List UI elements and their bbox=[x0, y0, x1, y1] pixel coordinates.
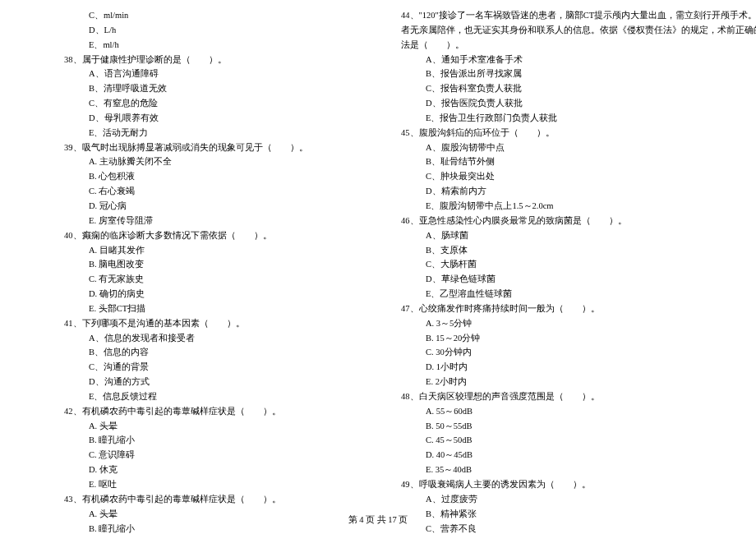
q44-stem-line3: 法是（ ）。 bbox=[386, 38, 727, 53]
q47-option-b: B. 15～20分钟 bbox=[386, 331, 727, 346]
q40-option-d: D. 确切的病史 bbox=[49, 287, 353, 302]
q46-option-a: A、肠球菌 bbox=[386, 228, 727, 243]
q44-stem-line2: 者无亲属陪伴，也无证实其身份和联系人的信息。依据《侵权责任法》的规定，术前正确的… bbox=[386, 23, 727, 38]
q48-option-b: B. 50～55dB bbox=[386, 419, 727, 434]
q45-option-e: E、腹股沟韧带中点上1.5～2.0cm bbox=[386, 199, 727, 214]
q40-option-b: B. 脑电图改变 bbox=[49, 257, 353, 272]
q40-option-e: E. 头部CT扫描 bbox=[49, 302, 353, 316]
left-column: C、ml/min D、L/h E、ml/h 38、属于健康性护理诊断的是（ ）。… bbox=[0, 8, 378, 505]
q39-option-d: D. 冠心病 bbox=[49, 199, 353, 214]
q44-option-e: E、报告卫生行政部门负责人获批 bbox=[386, 111, 727, 126]
q37-option-e: E、ml/h bbox=[49, 38, 353, 53]
q42-option-b: B. 瞳孔缩小 bbox=[49, 433, 353, 448]
q39-stem: 39、吸气时出现脉搏显著减弱或消失的现象可见于（ ）。 bbox=[49, 140, 353, 155]
q47-option-c: C. 30分钟内 bbox=[386, 345, 727, 360]
q40-option-c: C. 有无家族史 bbox=[49, 272, 353, 287]
q44-option-d: D、报告医院负责人获批 bbox=[386, 96, 727, 111]
right-column: 44、"120"接诊了一名车祸致昏迷的患者，脑部CT提示颅内大量出血，需立刻行开… bbox=[378, 8, 756, 505]
q45-option-d: D、精索前内方 bbox=[386, 184, 727, 199]
q44-option-c: C、报告科室负责人获批 bbox=[386, 81, 727, 96]
q48-option-c: C. 45～50dB bbox=[386, 433, 727, 448]
q45-option-a: A、腹股沟韧带中点 bbox=[386, 140, 727, 155]
q41-option-d: D、沟通的方式 bbox=[49, 375, 353, 389]
q48-stem: 48、白天病区较理想的声音强度范围是（ ）。 bbox=[386, 389, 727, 404]
q47-option-d: D. 1小时内 bbox=[386, 360, 727, 375]
q41-option-e: E、信息反馈过程 bbox=[49, 389, 353, 404]
q42-stem: 42、有机磷农药中毒引起的毒蕈碱样症状是（ ）。 bbox=[49, 404, 353, 419]
q40-option-a: A. 目睹其发作 bbox=[49, 243, 353, 258]
q44-stem-line1: 44、"120"接诊了一名车祸致昏迷的患者，脑部CT提示颅内大量出血，需立刻行开… bbox=[386, 8, 727, 23]
q44-option-b: B、报告派出所寻找家属 bbox=[386, 67, 727, 81]
q41-option-b: B、信息的内容 bbox=[49, 345, 353, 360]
q46-option-b: B、支原体 bbox=[386, 243, 727, 258]
q46-option-d: D、草绿色链球菌 bbox=[386, 272, 727, 287]
q39-option-c: C. 右心衰竭 bbox=[49, 184, 353, 199]
q41-option-c: C、沟通的背景 bbox=[49, 360, 353, 375]
q47-option-a: A. 3～5分钟 bbox=[386, 316, 727, 331]
q43-stem: 43、有机磷农药中毒引起的毒蕈碱样症状是（ ）。 bbox=[49, 492, 353, 507]
q46-option-c: C、大肠杆菌 bbox=[386, 257, 727, 272]
page-footer: 第 4 页 共 17 页 bbox=[0, 513, 756, 527]
q49-option-a: A、过度疲劳 bbox=[386, 492, 727, 507]
q46-stem: 46、亚急性感染性心内膜炎最常见的致病菌是（ ）。 bbox=[386, 214, 727, 228]
q42-option-e: E. 呕吐 bbox=[49, 477, 353, 492]
q48-option-d: D. 40～45dB bbox=[386, 448, 727, 463]
q37-option-d: D、L/h bbox=[49, 23, 353, 38]
q38-option-a: A、语言沟通障碍 bbox=[49, 67, 353, 81]
q39-option-a: A. 主动脉瓣关闭不全 bbox=[49, 154, 353, 169]
q49-stem: 49、呼吸衰竭病人主要的诱发因素为（ ）。 bbox=[386, 477, 727, 492]
q39-option-b: B. 心包积液 bbox=[49, 169, 353, 184]
q38-option-e: E、活动无耐力 bbox=[49, 126, 353, 140]
q40-stem: 40、癫痫的临床诊断大多数情况下需依据（ ）。 bbox=[49, 228, 353, 243]
q38-option-b: B、清理呼吸道无效 bbox=[49, 81, 353, 96]
q47-stem: 47、心绞痛发作时疼痛持续时间一般为（ ）。 bbox=[386, 302, 727, 316]
q41-stem: 41、下列哪项不是沟通的基本因素（ ）。 bbox=[49, 316, 353, 331]
q38-stem: 38、属于健康性护理诊断的是（ ）。 bbox=[49, 53, 353, 67]
q38-option-d: D、母乳喂养有效 bbox=[49, 111, 353, 126]
q45-stem: 45、腹股沟斜疝的疝环位于（ ）。 bbox=[386, 126, 727, 140]
q45-option-b: B、耻骨结节外侧 bbox=[386, 154, 727, 169]
q42-option-c: C. 意识障碍 bbox=[49, 448, 353, 463]
q47-option-e: E. 2小时内 bbox=[386, 375, 727, 389]
q39-option-e: E. 房室传导阻滞 bbox=[49, 214, 353, 228]
q38-option-c: C、有窒息的危险 bbox=[49, 96, 353, 111]
q46-option-e: E、乙型溶血性链球菌 bbox=[386, 287, 727, 302]
q48-option-e: E. 35～40dB bbox=[386, 463, 727, 477]
q42-option-a: A. 头晕 bbox=[49, 419, 353, 434]
q41-option-a: A、信息的发现者和接受者 bbox=[49, 331, 353, 346]
q37-option-c: C、ml/min bbox=[49, 8, 353, 23]
q44-option-a: A、通知手术室准备手术 bbox=[386, 53, 727, 67]
q42-option-d: D. 休克 bbox=[49, 463, 353, 477]
q48-option-a: A. 55～60dB bbox=[386, 404, 727, 419]
q45-option-c: C、肿块最突出处 bbox=[386, 169, 727, 184]
